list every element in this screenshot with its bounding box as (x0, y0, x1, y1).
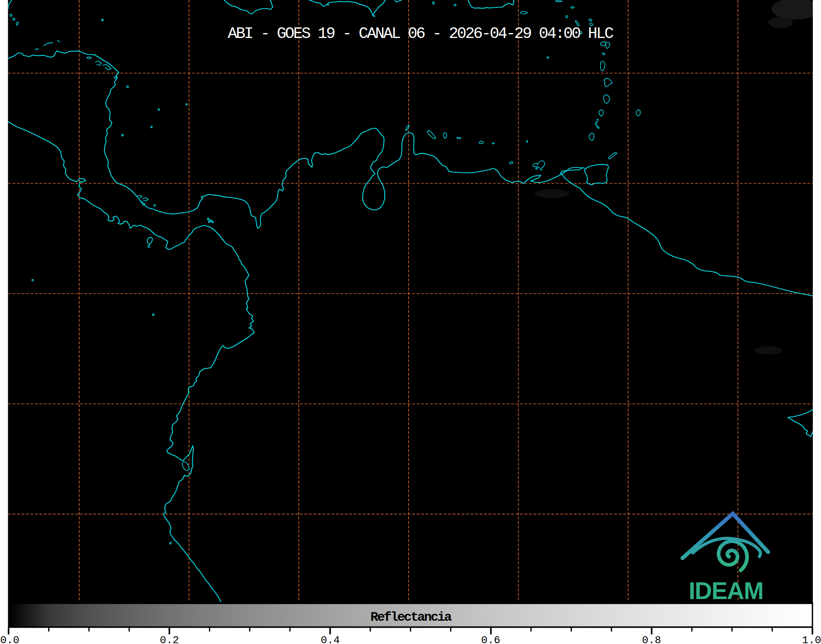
svg-text:ABI - GOES 19 - CANAL 06 - 202: ABI - GOES 19 - CANAL 06 - 2026-04-29 04… (228, 25, 613, 43)
svg-text:1.0: 1.0 (802, 634, 821, 644)
svg-text:0.0: 0.0 (0, 634, 20, 644)
svg-text:0.6: 0.6 (481, 634, 501, 644)
svg-text:Reflectancia: Reflectancia (370, 610, 452, 625)
svg-text:0.2: 0.2 (160, 634, 179, 644)
svg-text:IDEAM: IDEAM (689, 577, 763, 604)
svg-text:0.8: 0.8 (642, 634, 661, 644)
svg-text:0.4: 0.4 (321, 634, 340, 644)
